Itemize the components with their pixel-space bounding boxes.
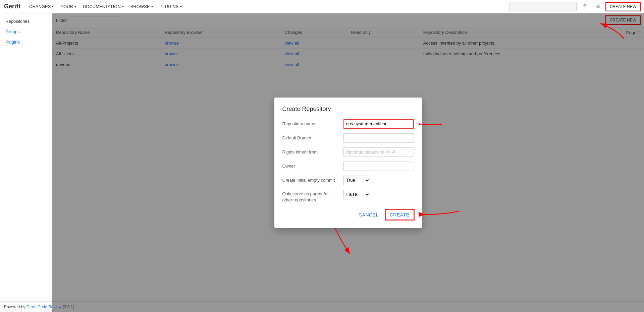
app-brand: Gerrit (4, 3, 20, 10)
label-parent-only: Only serve as parent for other repositor… (282, 190, 339, 203)
chevron-down-icon: ▾ (151, 5, 153, 8)
nav-right: ? ⚙ CREATE NEW (509, 1, 640, 12)
dialog-actions: CANCEL CREATE (282, 210, 414, 220)
nav-item-browse[interactable]: BROWSE ▾ (127, 0, 156, 13)
form-row-owner: Owner (282, 162, 414, 171)
nav-item-documentation[interactable]: DOCUMENTATION ▾ (79, 0, 127, 13)
nav-item-changes[interactable]: CHANGES ▾ (26, 0, 57, 13)
rights-inherit-input[interactable] (343, 147, 414, 157)
sidebar-item-groups[interactable]: Groups (0, 26, 52, 37)
form-row-parent-only: Only serve as parent for other repositor… (282, 190, 414, 203)
form-row-rights-inherit: Rights inherit from (282, 147, 414, 157)
modal-overlay: Create Repository Repository name Defaul… (52, 13, 644, 312)
nav-item-your[interactable]: YOUR ▾ (57, 0, 79, 13)
annotation-arrow-bottom (328, 225, 362, 255)
top-navigation: Gerrit CHANGES ▾ YOUR ▾ DOCUMENTATION ▾ … (0, 0, 644, 13)
main-layout: Repositories Groups Plugins Filter: CREA… (0, 13, 644, 312)
parent-only-select[interactable]: False True (343, 190, 370, 199)
label-rights-inherit: Rights inherit from (282, 149, 339, 154)
sidebar-item-plugins[interactable]: Plugins (0, 37, 52, 47)
default-branch-input[interactable] (343, 133, 414, 143)
dialog-title: Create Repository (282, 106, 414, 113)
form-row-repo-name: Repository name (282, 119, 414, 129)
create-button[interactable]: CREATE (385, 210, 414, 220)
sidebar: Repositories Groups Plugins (0, 13, 52, 312)
search-input[interactable] (509, 2, 577, 11)
create-new-button[interactable]: CREATE NEW (606, 3, 640, 11)
annotation-arrow-top (590, 20, 631, 40)
annotation-arrow-name (419, 118, 445, 131)
owner-input[interactable] (343, 162, 414, 171)
annotation-arrow-create (419, 204, 462, 221)
powered-by-text: Powered by (4, 305, 25, 309)
settings-icon[interactable]: ⚙ (593, 1, 603, 12)
create-repository-dialog: Create Repository Repository name Defaul… (274, 98, 422, 228)
label-owner: Owner (282, 164, 339, 169)
form-row-default-branch: Default Branch (282, 133, 414, 143)
chevron-down-icon: ▾ (122, 5, 124, 8)
nav-menu: CHANGES ▾ YOUR ▾ DOCUMENTATION ▾ BROWSE … (26, 0, 509, 13)
nav-item-plugins[interactable]: PLUGINS ▾ (156, 0, 185, 13)
chevron-down-icon: ▾ (52, 5, 54, 8)
sidebar-item-repositories[interactable]: Repositories (0, 16, 52, 26)
chevron-down-icon: ▾ (74, 5, 76, 8)
form-row-initial-commit: Create initial empty commit True False (282, 176, 414, 185)
label-repo-name: Repository name (282, 121, 339, 126)
chevron-down-icon: ▾ (180, 5, 182, 8)
label-default-branch: Default Branch (282, 135, 339, 140)
cancel-button[interactable]: CANCEL (355, 210, 383, 220)
repo-name-input[interactable] (343, 119, 414, 129)
initial-commit-select[interactable]: True False (343, 176, 370, 185)
help-icon[interactable]: ? (579, 1, 590, 12)
label-initial-commit: Create initial empty commit (282, 178, 339, 183)
content-area: Filter: CREATE NEW Repository Name Repos… (52, 13, 644, 312)
